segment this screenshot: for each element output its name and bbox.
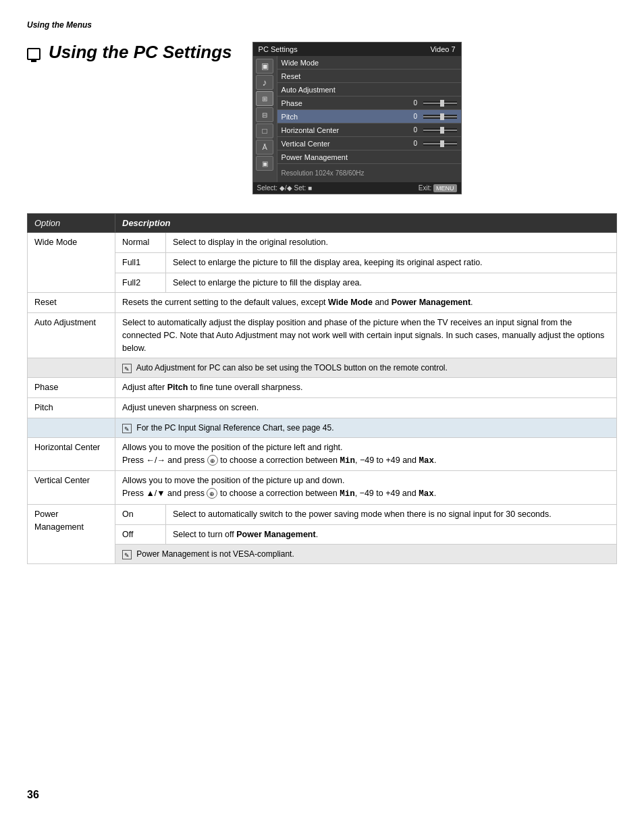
panel-row-phase: Phase 0 [277, 96, 461, 110]
table-row-note: ✎ Auto Adjustment for PC can also be set… [28, 358, 617, 378]
table-row: Full2 Select to enlarge the picture to f… [28, 273, 617, 293]
table-row: Phase Adjust after Pitch to fine tune ov… [28, 378, 617, 398]
using-menus-label: Using the Menus [27, 20, 617, 30]
option-wide-mode: Wide Mode [28, 233, 115, 293]
page-number: 36 [27, 789, 39, 801]
table-row: Power Management On Select to automatica… [28, 504, 617, 524]
table-row: Pitch Adjust uneven sharpness on screen. [28, 398, 617, 418]
desc-full1: Select to enlarge the picture to fill th… [166, 252, 617, 273]
sidebar-icon-7[interactable]: ▣ [256, 156, 273, 171]
panel-row-power-mgmt: Power Management [277, 150, 461, 164]
option-pitch: Pitch [28, 398, 115, 418]
note-icon-3: ✎ [122, 550, 132, 559]
page-title: Using the PC Settings [27, 42, 232, 63]
sidebar-icon-5[interactable]: □ [256, 123, 273, 138]
col-description-header: Description [115, 214, 617, 233]
sidebar-icon-3[interactable]: ⊞ [256, 91, 273, 106]
value-full2: Full2 [115, 273, 166, 293]
panel-title: PC Settings [259, 45, 298, 53]
option-phase: Phase [28, 378, 115, 398]
panel-row-horiz-center: Horizontal Center 0 [277, 123, 461, 137]
panel-header: PC Settings Video 7 [253, 43, 461, 56]
panel-video-label: Video 7 [430, 45, 455, 53]
desc-off: Select to turn off Power Management. [166, 524, 617, 545]
panel-content: Wide Mode Reset Auto Adjustment Phase 0 … [277, 56, 461, 182]
note-icon-2: ✎ [122, 424, 132, 433]
table-row: Wide Mode Normal Select to display in th… [28, 233, 617, 253]
note-auto-adj: ✎ Auto Adjustment for PC can also be set… [115, 358, 617, 378]
circle-btn-vert: ⊕ [207, 488, 217, 499]
pitch-slider[interactable] [423, 115, 457, 119]
table-row: Horizontal Center Allows you to move the… [28, 437, 617, 471]
option-horiz-center: Horizontal Center [28, 437, 115, 471]
desc-full2: Select to enlarge the picture to fill th… [166, 273, 617, 293]
desc-horiz-center: Allows you to move the position of the p… [115, 437, 617, 471]
panel-footer-exit: Exit: MENU [419, 184, 457, 192]
panel-row-vert-center: Vertical Center 0 [277, 137, 461, 150]
value-full1: Full1 [115, 252, 166, 273]
sidebar-icon-1[interactable]: ▣ [256, 59, 273, 74]
value-normal: Normal [115, 233, 166, 253]
panel-row-reset: Reset [277, 70, 461, 83]
circle-btn-horiz: ⊕ [207, 455, 218, 466]
note-empty [28, 358, 115, 378]
panel-row-wide-mode: Wide Mode [277, 56, 461, 70]
monitor-icon [27, 48, 41, 60]
panel-row-auto-adj: Auto Adjustment [277, 83, 461, 96]
value-on: On [115, 504, 166, 524]
table-row: Full1 Select to enlarge the picture to f… [28, 252, 617, 273]
desc-vert-center: Allows you to move the position of the p… [115, 471, 617, 505]
pc-settings-panel: PC Settings Video 7 ▣ ♪ ⊞ ⊟ □ Ā ▣ Wide M… [252, 42, 462, 194]
table-row: Auto Adjustment Select to automatically … [28, 313, 617, 358]
option-vert-center: Vertical Center [28, 471, 115, 505]
panel-footer-select: Select: ◆/◆ Set: ■ [257, 184, 313, 192]
desc-reset: Resets the current setting to the defaul… [115, 293, 617, 313]
sidebar-icon-2[interactable]: ♪ [256, 75, 273, 90]
phase-slider[interactable] [423, 101, 457, 105]
value-off: Off [115, 524, 166, 545]
desc-auto-adj: Select to automatically adjust the displ… [115, 313, 617, 358]
sidebar-icon-6[interactable]: Ā [256, 140, 273, 155]
panel-resolution: Resolution 1024x 768/60Hz [277, 164, 461, 182]
panel-sidebar: ▣ ♪ ⊞ ⊟ □ Ā ▣ [253, 56, 277, 182]
table-row: Reset Resets the current setting to the … [28, 293, 617, 313]
note-power-mgmt: ✎ Power Management is not VESA-compliant… [115, 545, 617, 564]
desc-phase: Adjust after Pitch to fine tune overall … [115, 378, 617, 398]
option-power-mgmt: Power Management [28, 504, 115, 564]
panel-footer: Select: ◆/◆ Set: ■ Exit: MENU [253, 182, 461, 194]
desc-pitch: Adjust uneven sharpness on screen. [115, 398, 617, 418]
desc-on: Select to automatically switch to the po… [166, 504, 617, 524]
horiz-center-slider[interactable] [423, 128, 457, 132]
table-row: Off Select to turn off Power Management. [28, 524, 617, 545]
col-option-header: Option [28, 214, 115, 233]
panel-row-pitch: Pitch 0 [277, 110, 461, 123]
note-icon: ✎ [122, 364, 132, 373]
note-empty-2 [28, 418, 115, 437]
desc-normal: Select to display in the original resolu… [166, 233, 617, 253]
content-table: Option Description Wide Mode Normal Sele… [27, 213, 617, 564]
table-row-power-note: ✎ Power Management is not VESA-compliant… [28, 545, 617, 564]
vert-center-slider[interactable] [423, 142, 457, 146]
note-pitch: ✎ For the PC Input Signal Reference Char… [115, 418, 617, 437]
option-auto-adj: Auto Adjustment [28, 313, 115, 358]
sidebar-icon-4[interactable]: ⊟ [256, 107, 273, 122]
table-row: Vertical Center Allows you to move the p… [28, 471, 617, 505]
option-reset: Reset [28, 293, 115, 313]
table-row-pitch-note: ✎ For the PC Input Signal Reference Char… [28, 418, 617, 437]
